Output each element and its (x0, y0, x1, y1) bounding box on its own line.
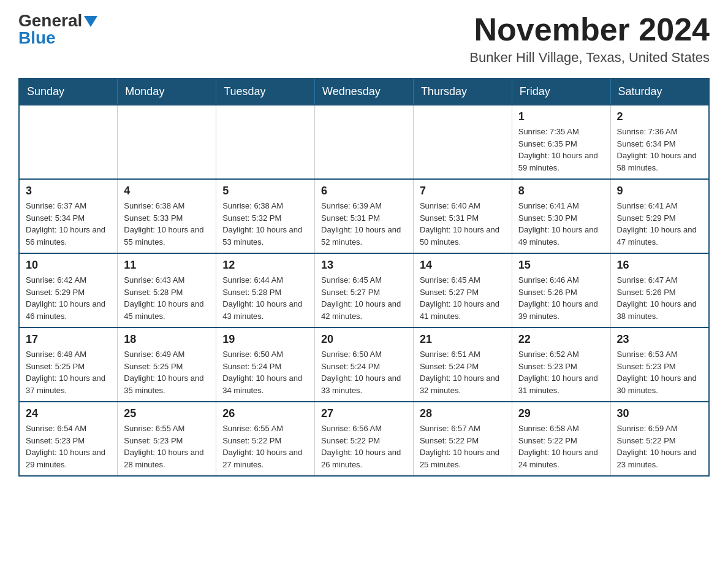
calendar-cell: 16Sunrise: 6:47 AM Sunset: 5:26 PM Dayli… (610, 253, 709, 327)
calendar-cell: 10Sunrise: 6:42 AM Sunset: 5:29 PM Dayli… (19, 253, 118, 327)
day-info: Sunrise: 7:36 AM Sunset: 6:34 PM Dayligh… (617, 126, 702, 174)
day-info: Sunrise: 6:51 AM Sunset: 5:24 PM Dayligh… (420, 348, 506, 396)
calendar-cell: 7Sunrise: 6:40 AM Sunset: 5:31 PM Daylig… (413, 179, 512, 253)
logo-general: General (18, 12, 82, 29)
day-info: Sunrise: 6:47 AM Sunset: 5:26 PM Dayligh… (617, 274, 702, 322)
day-number: 14 (420, 259, 506, 272)
calendar-cell: 3Sunrise: 6:37 AM Sunset: 5:34 PM Daylig… (19, 179, 118, 253)
day-number: 13 (321, 259, 407, 272)
day-number: 18 (124, 333, 210, 346)
day-info: Sunrise: 6:38 AM Sunset: 5:33 PM Dayligh… (124, 200, 210, 248)
logo-blue: Blue (18, 28, 56, 47)
calendar-cell: 1Sunrise: 7:35 AM Sunset: 6:35 PM Daylig… (512, 105, 610, 179)
calendar-cell (413, 105, 512, 179)
weekday-header-tuesday: Tuesday (216, 79, 315, 105)
day-number: 26 (222, 407, 308, 420)
calendar-cell: 30Sunrise: 6:59 AM Sunset: 5:22 PM Dayli… (610, 402, 709, 476)
day-number: 11 (124, 259, 210, 272)
day-info: Sunrise: 6:57 AM Sunset: 5:22 PM Dayligh… (420, 423, 506, 470)
day-info: Sunrise: 6:45 AM Sunset: 5:27 PM Dayligh… (321, 274, 407, 322)
day-info: Sunrise: 6:42 AM Sunset: 5:29 PM Dayligh… (26, 274, 111, 322)
week-row-2: 3Sunrise: 6:37 AM Sunset: 5:34 PM Daylig… (19, 179, 709, 253)
day-info: Sunrise: 6:55 AM Sunset: 5:23 PM Dayligh… (124, 423, 210, 470)
day-number: 20 (321, 333, 407, 346)
day-number: 17 (26, 333, 111, 346)
day-info: Sunrise: 6:56 AM Sunset: 5:22 PM Dayligh… (321, 423, 407, 470)
weekday-header-sunday: Sunday (19, 79, 118, 105)
weekday-header-row: SundayMondayTuesdayWednesdayThursdayFrid… (19, 79, 709, 105)
calendar-cell: 13Sunrise: 6:45 AM Sunset: 5:27 PM Dayli… (315, 253, 414, 327)
page-header: General Blue November 2024 Bunker Hill V… (18, 12, 710, 66)
calendar-cell: 25Sunrise: 6:55 AM Sunset: 5:23 PM Dayli… (118, 402, 216, 476)
calendar-cell: 23Sunrise: 6:53 AM Sunset: 5:23 PM Dayli… (610, 327, 709, 402)
day-info: Sunrise: 6:45 AM Sunset: 5:27 PM Dayligh… (420, 274, 506, 322)
day-info: Sunrise: 6:37 AM Sunset: 5:34 PM Dayligh… (26, 200, 111, 248)
weekday-header-friday: Friday (512, 79, 610, 105)
day-info: Sunrise: 6:55 AM Sunset: 5:22 PM Dayligh… (222, 423, 308, 470)
calendar-cell: 8Sunrise: 6:41 AM Sunset: 5:30 PM Daylig… (512, 179, 610, 253)
day-number: 2 (617, 110, 702, 123)
day-info: Sunrise: 6:49 AM Sunset: 5:25 PM Dayligh… (124, 348, 210, 396)
day-info: Sunrise: 6:39 AM Sunset: 5:31 PM Dayligh… (321, 200, 407, 248)
day-number: 7 (420, 185, 506, 197)
title-block: November 2024 Bunker Hill Village, Texas… (469, 12, 710, 66)
calendar-cell: 12Sunrise: 6:44 AM Sunset: 5:28 PM Dayli… (216, 253, 315, 327)
day-info: Sunrise: 6:50 AM Sunset: 5:24 PM Dayligh… (321, 348, 407, 396)
day-number: 4 (124, 185, 210, 197)
day-info: Sunrise: 6:44 AM Sunset: 5:28 PM Dayligh… (222, 274, 308, 322)
day-info: Sunrise: 6:41 AM Sunset: 5:29 PM Dayligh… (617, 200, 702, 248)
day-number: 21 (420, 333, 506, 346)
day-number: 19 (222, 333, 308, 346)
day-number: 23 (617, 333, 702, 346)
svg-marker-0 (84, 16, 97, 27)
day-info: Sunrise: 6:43 AM Sunset: 5:28 PM Dayligh… (124, 274, 210, 322)
day-info: Sunrise: 6:38 AM Sunset: 5:32 PM Dayligh… (222, 200, 308, 248)
calendar-table: SundayMondayTuesdayWednesdayThursdayFrid… (18, 78, 710, 477)
day-number: 12 (222, 259, 308, 272)
weekday-header-wednesday: Wednesday (315, 79, 414, 105)
day-number: 1 (518, 110, 604, 123)
day-number: 6 (321, 185, 407, 197)
day-info: Sunrise: 6:52 AM Sunset: 5:23 PM Dayligh… (518, 348, 604, 396)
day-info: Sunrise: 6:50 AM Sunset: 5:24 PM Dayligh… (222, 348, 308, 396)
day-info: Sunrise: 6:48 AM Sunset: 5:25 PM Dayligh… (26, 348, 111, 396)
calendar-cell: 26Sunrise: 6:55 AM Sunset: 5:22 PM Dayli… (216, 402, 315, 476)
calendar-cell: 4Sunrise: 6:38 AM Sunset: 5:33 PM Daylig… (118, 179, 216, 253)
calendar-cell: 9Sunrise: 6:41 AM Sunset: 5:29 PM Daylig… (610, 179, 709, 253)
weekday-header-thursday: Thursday (413, 79, 512, 105)
calendar-cell: 22Sunrise: 6:52 AM Sunset: 5:23 PM Dayli… (512, 327, 610, 402)
location-title: Bunker Hill Village, Texas, United State… (469, 50, 710, 66)
day-number: 29 (518, 407, 604, 420)
calendar-cell: 17Sunrise: 6:48 AM Sunset: 5:25 PM Dayli… (19, 327, 118, 402)
calendar-cell (19, 105, 118, 179)
day-number: 28 (420, 407, 506, 420)
week-row-3: 10Sunrise: 6:42 AM Sunset: 5:29 PM Dayli… (19, 253, 709, 327)
day-number: 3 (26, 185, 111, 197)
day-info: Sunrise: 6:41 AM Sunset: 5:30 PM Dayligh… (518, 200, 604, 248)
calendar-cell: 24Sunrise: 6:54 AM Sunset: 5:23 PM Dayli… (19, 402, 118, 476)
calendar-cell: 21Sunrise: 6:51 AM Sunset: 5:24 PM Dayli… (413, 327, 512, 402)
month-title: November 2024 (469, 12, 710, 47)
day-number: 5 (222, 185, 308, 197)
calendar-cell (216, 105, 315, 179)
day-number: 10 (26, 259, 111, 272)
day-number: 25 (124, 407, 210, 420)
weekday-header-saturday: Saturday (610, 79, 709, 105)
calendar-cell: 5Sunrise: 6:38 AM Sunset: 5:32 PM Daylig… (216, 179, 315, 253)
day-number: 22 (518, 333, 604, 346)
calendar-cell: 2Sunrise: 7:36 AM Sunset: 6:34 PM Daylig… (610, 105, 709, 179)
calendar-cell: 29Sunrise: 6:58 AM Sunset: 5:22 PM Dayli… (512, 402, 610, 476)
logo: General Blue (18, 12, 97, 47)
calendar-cell: 11Sunrise: 6:43 AM Sunset: 5:28 PM Dayli… (118, 253, 216, 327)
day-info: Sunrise: 6:59 AM Sunset: 5:22 PM Dayligh… (617, 423, 702, 470)
day-info: Sunrise: 7:35 AM Sunset: 6:35 PM Dayligh… (518, 126, 604, 174)
day-info: Sunrise: 6:46 AM Sunset: 5:26 PM Dayligh… (518, 274, 604, 322)
weekday-header-monday: Monday (118, 79, 216, 105)
week-row-5: 24Sunrise: 6:54 AM Sunset: 5:23 PM Dayli… (19, 402, 709, 476)
day-number: 27 (321, 407, 407, 420)
calendar-cell: 6Sunrise: 6:39 AM Sunset: 5:31 PM Daylig… (315, 179, 414, 253)
day-number: 9 (617, 185, 702, 197)
day-info: Sunrise: 6:40 AM Sunset: 5:31 PM Dayligh… (420, 200, 506, 248)
calendar-cell: 27Sunrise: 6:56 AM Sunset: 5:22 PM Dayli… (315, 402, 414, 476)
week-row-4: 17Sunrise: 6:48 AM Sunset: 5:25 PM Dayli… (19, 327, 709, 402)
